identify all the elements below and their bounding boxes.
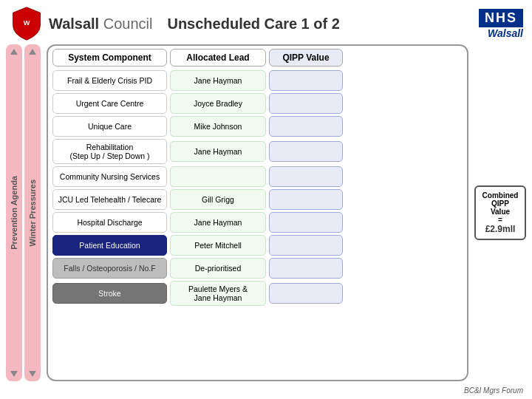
- cell-system-falls: Falls / Osteoporosis / No.F: [52, 258, 167, 279]
- cell-lead-patient-ed: Peter Mitchell: [170, 235, 266, 256]
- combined-qipp-label: CombinedQIPPValue=£2.9mll: [482, 191, 519, 234]
- main-content: Prevention Agenda Winter Pressures Syste…: [0, 44, 532, 384]
- table-row: Hospital Discharge Jane Hayman: [52, 212, 463, 233]
- cell-system-rehab: Rehabilitation(Step Up / Step Down ): [52, 139, 167, 164]
- cell-system-urgent: Urgent Care Centre: [52, 93, 167, 114]
- right-side-panel: CombinedQIPPValue=£2.9mll: [474, 44, 526, 381]
- system-component-header: System Component: [52, 49, 167, 66]
- cell-qipp-frail: [269, 70, 343, 91]
- cell-qipp-patient-ed: [269, 235, 343, 256]
- cell-system-community: Community Nursing Services: [52, 166, 167, 187]
- arrow-up-icon: [10, 49, 18, 55]
- cell-lead-stroke: Paulette Myers &Jane Hayman: [170, 281, 266, 306]
- cell-lead-unique: Mike Johnson: [170, 116, 266, 137]
- svg-text:W: W: [24, 19, 30, 27]
- table-row: Rehabilitation(Step Up / Step Down ) Jan…: [52, 139, 463, 164]
- cell-qipp-rehab: [269, 141, 343, 162]
- prevention-label: Prevention Agenda: [10, 176, 18, 250]
- cell-qipp-falls: [269, 258, 343, 279]
- cell-lead-telehealth: Gill Grigg: [170, 189, 266, 210]
- cell-lead-falls: De-prioritised: [170, 258, 266, 279]
- cell-lead-rehab: Jane Hayman: [170, 141, 266, 162]
- shield-icon: W: [9, 6, 44, 41]
- table-row: Urgent Care Centre Joyce Bradley: [52, 93, 463, 114]
- cell-system-unique: Unique Care: [52, 116, 167, 137]
- side-bars: Prevention Agenda Winter Pressures: [6, 44, 41, 381]
- nhs-org-label: Walsall: [488, 27, 523, 39]
- cell-system-stroke: Stroke: [52, 283, 167, 304]
- cell-lead-frail: Jane Hayman: [170, 70, 266, 91]
- nhs-logo: NHS Walsall: [479, 9, 523, 39]
- cell-lead-urgent: Joyce Bradley: [170, 93, 266, 114]
- footer-label: BC&I Mgrs Forum: [464, 386, 523, 395]
- combined-qipp-box: CombinedQIPPValue=£2.9mll: [474, 185, 526, 240]
- cell-qipp-community: [269, 166, 343, 187]
- cell-qipp-unique: [269, 116, 343, 137]
- cell-qipp-telehealth: [269, 189, 343, 210]
- table-row: Frail & Elderly Crisis PID Jane Hayman: [52, 70, 463, 91]
- arrow-down-icon: [10, 371, 18, 377]
- nhs-badge: NHS: [479, 9, 523, 27]
- cell-system-patient-ed: Patient Education: [52, 235, 167, 256]
- cell-qipp-stroke: [269, 283, 343, 304]
- table-row: JCU Led Telehealth / Telecare Gill Grigg: [52, 189, 463, 210]
- qipp-value-header: QIPP Value: [269, 49, 343, 66]
- arrow-up-icon2: [29, 49, 36, 55]
- table-row: Stroke Paulette Myers &Jane Hayman: [52, 281, 463, 306]
- winter-label: Winter Pressures: [28, 180, 37, 246]
- logo-text: Walsall Council: [49, 16, 152, 33]
- allocated-lead-header: Allocated Lead: [170, 49, 266, 66]
- cell-system-frail: Frail & Elderly Crisis PID: [52, 70, 167, 91]
- prevention-agenda-bar: Prevention Agenda: [6, 44, 22, 381]
- cell-system-hospital: Hospital Discharge: [52, 212, 167, 233]
- page-title: Unscheduled Care 1 of 2: [167, 16, 339, 33]
- table-container: System Component Allocated Lead QIPP Val…: [47, 44, 468, 381]
- cell-lead-community: [170, 166, 266, 187]
- cell-qipp-hospital: [269, 212, 343, 233]
- table-row: Unique Care Mike Johnson: [52, 116, 463, 137]
- table-row: Community Nursing Services: [52, 166, 463, 187]
- walsall-logo: W Walsall Council: [9, 6, 152, 41]
- table-row: Falls / Osteoporosis / No.F De-prioritis…: [52, 258, 463, 279]
- winter-pressures-bar: Winter Pressures: [24, 44, 41, 381]
- cell-qipp-urgent: [269, 93, 343, 114]
- arrow-down-icon2: [29, 371, 36, 377]
- table-row: Patient Education Peter Mitchell: [52, 235, 463, 256]
- cell-system-telehealth: JCU Led Telehealth / Telecare: [52, 189, 167, 210]
- header: W Walsall Council Unscheduled Care 1 of …: [0, 0, 532, 44]
- cell-lead-hospital: Jane Hayman: [170, 212, 266, 233]
- column-headers: System Component Allocated Lead QIPP Val…: [52, 49, 463, 66]
